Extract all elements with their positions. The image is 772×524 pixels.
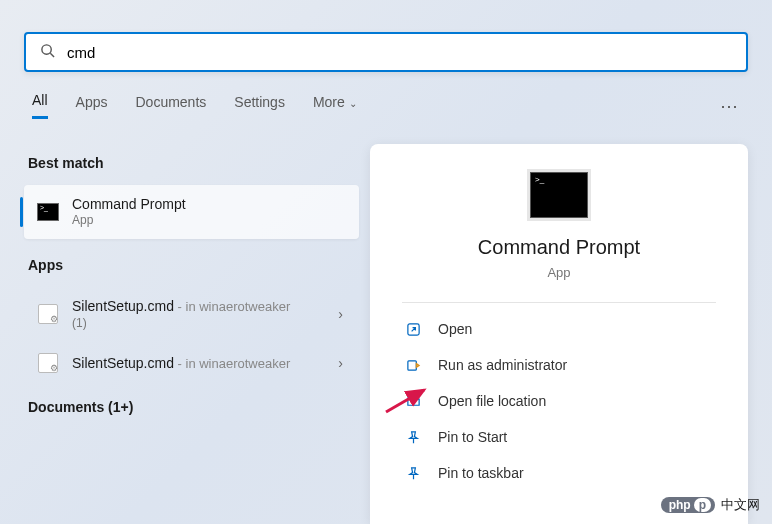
action-label: Run as administrator [438,357,567,373]
best-match-heading: Best match [24,155,359,171]
pin-icon [404,430,422,445]
action-open[interactable]: Open [402,311,716,347]
pin-icon [404,466,422,481]
result-silentsetup-1[interactable]: SilentSetup.cmd - in winaerotweaker (1) … [24,287,359,341]
divider [402,302,716,303]
action-open-file-location[interactable]: Open file location [402,383,716,419]
svg-rect-3 [407,360,415,369]
chevron-right-icon[interactable]: › [334,306,347,322]
action-pin-to-taskbar[interactable]: Pin to taskbar [402,455,716,491]
results-column: Best match Command Prompt App Apps Silen… [24,155,359,429]
result-title: Command Prompt [72,195,347,213]
chevron-right-icon[interactable]: › [334,355,347,371]
filter-tabs: All Apps Documents Settings More ⌄ ⋯ [32,92,740,119]
command-prompt-icon [530,172,588,218]
command-prompt-icon [36,200,60,224]
chevron-down-icon: ⌄ [349,98,357,109]
action-list: Open Run as administrator Open file loca… [402,311,716,491]
search-bar[interactable] [24,32,748,72]
preview-subtitle: App [547,265,570,280]
admin-icon [404,358,422,373]
action-run-as-admin[interactable]: Run as administrator [402,347,716,383]
search-input[interactable] [67,44,732,61]
action-label: Open file location [438,393,546,409]
apps-heading: Apps [24,257,359,273]
cmd-file-icon [36,302,60,326]
svg-line-1 [50,53,54,57]
result-command-prompt[interactable]: Command Prompt App [24,185,359,239]
documents-heading: Documents (1+) [24,399,359,415]
tab-documents[interactable]: Documents [135,94,206,118]
result-extra: (1) [72,316,334,332]
tab-all[interactable]: All [32,92,48,119]
cmd-file-icon [36,351,60,375]
tab-settings[interactable]: Settings [234,94,285,118]
result-subtitle: App [72,213,347,229]
tab-apps[interactable]: Apps [76,94,108,118]
search-icon [40,43,55,61]
more-options-button[interactable]: ⋯ [720,95,740,117]
svg-point-0 [42,45,51,54]
action-label: Open [438,321,472,337]
tab-more[interactable]: More ⌄ [313,94,357,118]
watermark-text: 中文网 [721,496,760,514]
result-title: SilentSetup.cmd - in winaerotweaker [72,354,334,373]
result-silentsetup-2[interactable]: SilentSetup.cmd - in winaerotweaker › [24,341,359,385]
result-title: SilentSetup.cmd - in winaerotweaker [72,297,334,316]
php-badge: phpp [661,497,715,513]
preview-title: Command Prompt [478,236,640,259]
open-icon [404,322,422,337]
action-label: Pin to taskbar [438,465,524,481]
preview-panel: Command Prompt App Open Run as administr… [370,144,748,524]
folder-icon [404,394,422,409]
watermark: phpp 中文网 [661,496,760,514]
action-pin-to-start[interactable]: Pin to Start [402,419,716,455]
action-label: Pin to Start [438,429,507,445]
